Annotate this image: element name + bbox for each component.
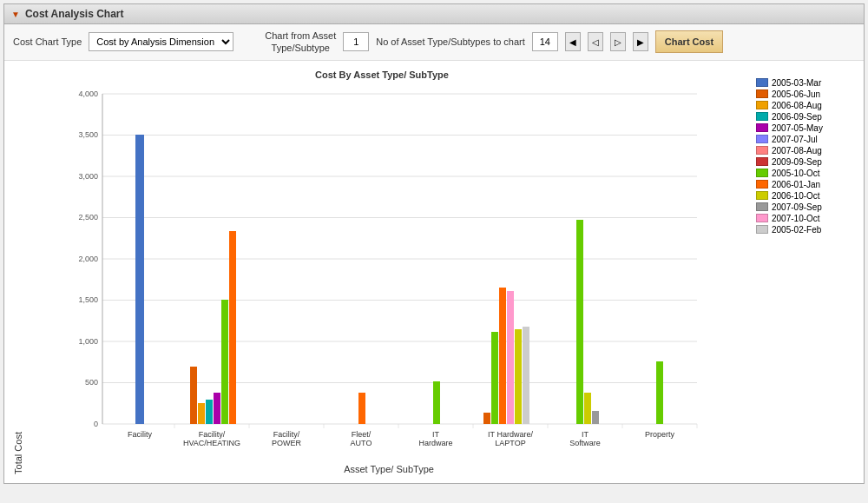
svg-text:Facility/: Facility/ [273,430,300,439]
bar [190,367,197,424]
chart-svg: .tick-label { font-size: 9px; fill: #555… [27,85,751,459]
legend-color-icon [756,89,768,98]
bar [221,300,228,424]
svg-text:3,500: 3,500 [78,130,98,139]
cost-analysis-panel: ▼ Cost Analysis Chart Cost Chart Type Co… [3,3,865,484]
legend-color-icon [756,135,768,143]
no-of-asset-input[interactable] [532,32,558,51]
no-of-asset-label: No of Asset Type/Subtypes to chart [376,36,525,47]
svg-text:Fleet/: Fleet/ [352,430,372,439]
legend-item: 2007-05-May [756,123,850,133]
legend-label: 2007-09-Sep [772,202,822,212]
legend-item: 2007-10-Oct [756,214,850,223]
legend-item: 2005-06-Jun [756,89,850,99]
nav-last-button[interactable]: ▶ [633,32,648,51]
panel-title: Cost Analysis Chart [25,8,124,20]
legend-color-icon [756,78,768,87]
legend-label: 2005-02-Feb [772,225,821,235]
legend-item: 2006-10-Oct [756,191,850,201]
legend-item: 2006-08-Aug [756,101,850,110]
nav-prev-button[interactable]: ◁ [588,32,603,51]
chart-from-asset-label: Chart from AssetType/Subtype [265,30,336,55]
svg-text:500: 500 [85,378,98,387]
collapse-arrow-icon[interactable]: ▼ [11,10,20,19]
bar [491,332,498,424]
svg-text:IT Hardware/: IT Hardware/ [488,430,533,439]
legend-color-icon [756,202,768,211]
legend-label: 2007-08-Aug [772,146,822,156]
toolbar: Cost Chart Type Cost by Analysis Dimensi… [4,24,864,61]
legend-item: 2005-03-Mar [756,78,850,88]
legend-color-icon [756,146,768,155]
legend-color-icon [756,169,768,177]
legend-label: 2007-07-Jul [772,135,818,144]
legend-label: 2006-10-Oct [772,191,820,201]
legend-label: 2005-10-Oct [772,169,820,178]
svg-text:Facility: Facility [128,430,153,439]
nav-next-button[interactable]: ▷ [610,32,626,51]
panel-header: ▼ Cost Analysis Chart [4,4,864,24]
legend-color-icon [756,180,768,189]
legend-item: 2005-10-Oct [756,169,850,178]
legend-item: 2009-09-Sep [756,157,850,167]
chart-inner: Total Cost .tick-label { font-size: 9px;… [13,85,751,474]
legend-color-icon [756,191,768,200]
bar [135,135,144,424]
legend-color-icon [756,123,768,132]
legend-label: 2006-01-Jan [772,180,820,189]
x-axis-label: Asset Type/ SubType [27,464,751,474]
legend-color-icon [756,112,768,121]
bar [499,288,506,424]
y-axis-label: Total Cost [13,406,23,474]
nav-first-button[interactable]: ◀ [565,32,581,51]
chart-svg-area: .tick-label { font-size: 9px; fill: #555… [27,85,751,474]
svg-text:Facility/: Facility/ [199,430,226,439]
chart-cost-button[interactable]: Chart Cost [655,30,723,53]
chart-container: Cost By Asset Type/ SubType Total Cost .… [13,69,751,474]
chart-from-asset-input[interactable] [343,32,369,51]
legend-label: 2007-10-Oct [772,214,820,223]
svg-text:POWER: POWER [272,439,302,447]
svg-text:AUTO: AUTO [351,439,372,447]
legend-item: 2007-09-Sep [756,202,850,212]
chart-area: Cost By Asset Type/ SubType Total Cost .… [4,61,864,483]
bar [198,403,205,424]
bar [576,220,583,424]
legend-label: 2007-05-May [772,123,823,133]
bar [507,291,514,424]
bar [656,361,663,424]
svg-text:1,000: 1,000 [78,337,98,346]
bar [515,329,522,424]
legend-item: 2007-07-Jul [756,135,850,144]
svg-text:1,500: 1,500 [78,295,98,304]
svg-text:2,500: 2,500 [78,213,98,222]
legend-label: 2006-08-Aug [772,101,822,110]
legend-color-icon [756,101,768,109]
bar [523,327,529,424]
legend-label: 2005-03-Mar [772,78,821,88]
svg-text:IT: IT [582,430,589,439]
svg-text:IT: IT [432,430,440,439]
bar [433,381,440,424]
bar [483,413,490,424]
legend-label: 2005-06-Jun [772,89,820,99]
cost-chart-type-label: Cost Chart Type [13,36,82,47]
svg-text:Software: Software [569,439,601,447]
legend-label: 2009-09-Sep [772,157,822,167]
svg-text:Property: Property [645,430,675,439]
legend-color-icon [756,225,768,234]
legend-item: 2007-08-Aug [756,146,850,156]
bar [229,231,236,424]
chart-title: Cost By Asset Type/ SubType [13,69,751,80]
bar [358,393,365,424]
bar [592,411,599,424]
svg-text:0: 0 [94,420,98,428]
legend-item: 2006-01-Jan [756,180,850,189]
bar [206,400,213,424]
bar [214,393,220,424]
svg-text:2,000: 2,000 [78,255,98,263]
svg-text:3,000: 3,000 [78,172,98,181]
cost-chart-type-select[interactable]: Cost by Analysis Dimension Cost by Time … [89,32,233,51]
svg-text:LAPTOP: LAPTOP [495,439,525,447]
legend-color-icon [756,214,768,222]
